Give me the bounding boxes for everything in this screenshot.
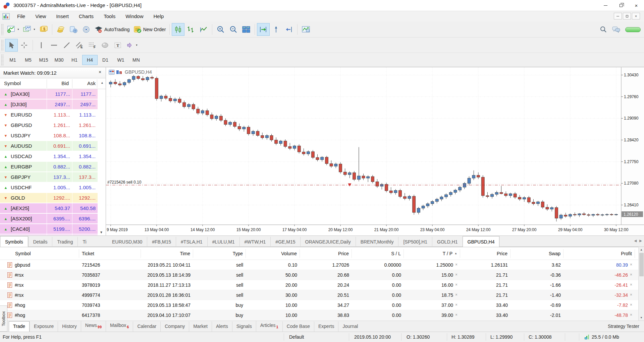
close-position-icon[interactable]: ×	[630, 313, 632, 318]
new-chart-button[interactable]: ▼	[5, 23, 21, 36]
minimize-button[interactable]	[598, 0, 613, 11]
trade-column-volume[interactable]: Volume	[246, 249, 300, 258]
close-button[interactable]: ×	[629, 0, 644, 11]
bar-chart-button[interactable]	[184, 23, 197, 36]
candlestick-chart[interactable]: #7215426 sell 0.101.304301.297601.290901…	[106, 67, 644, 236]
market-watch-row-eurusd[interactable]: ▼EURUSD1.113...1.113...	[0, 110, 106, 120]
close-position-icon[interactable]: ×	[630, 302, 632, 308]
market-watch-tab-ti[interactable]: Ti	[77, 237, 91, 247]
menu-charts[interactable]: Charts	[74, 12, 99, 21]
zoom-in-button[interactable]	[214, 23, 227, 36]
toolbox-tab-history[interactable]: History	[58, 322, 81, 332]
chart-tab--lulu-m1[interactable]: #LULU,M1	[207, 237, 239, 247]
fibonacci-button[interactable]: F	[86, 39, 99, 52]
chart-tab-eurusd-m30[interactable]: EURUSD,M30	[107, 237, 147, 247]
market-watch-tab-details[interactable]: Details	[28, 237, 52, 247]
equidistant-channel-button[interactable]: E	[73, 39, 86, 52]
market-watch-row-usdcad[interactable]: ▲USDCAD1.354...1.354...	[0, 151, 106, 161]
trade-column-price[interactable]: Price	[300, 249, 352, 258]
chart-tab-gold-h1[interactable]: GOLD,H1	[432, 237, 462, 247]
market-watch-row-cac40[interactable]: ▲[CAC40]5199....5200....	[0, 224, 106, 234]
trendline-button[interactable]	[60, 39, 73, 52]
toolbox-tab-market[interactable]: Market	[189, 322, 212, 332]
toolbox-vertical-tab[interactable]: Toolbox	[0, 305, 7, 332]
line-chart-button[interactable]	[197, 23, 210, 36]
market-watch-row-aex25[interactable]: ▲[AEX25]540.37540.58	[0, 203, 106, 213]
close-position-icon[interactable]: ×	[630, 272, 632, 278]
toolbox-tab-mailbox[interactable]: Mailbox6	[106, 321, 133, 332]
trade-column-tp[interactable]: T / P▲	[404, 249, 460, 258]
text-button[interactable]: T	[111, 39, 124, 52]
one-click-trading-icon[interactable]	[109, 70, 115, 75]
trade-column-ticket[interactable]: Ticket	[79, 249, 141, 258]
menu-tools[interactable]: Tools	[99, 12, 120, 21]
new-order-button[interactable]: New Order	[131, 23, 168, 36]
timeframe-m5[interactable]: M5	[20, 55, 36, 65]
vertical-line-button[interactable]	[35, 39, 48, 52]
depth-of-market-icon[interactable]	[116, 70, 122, 75]
market-watch-tab-symbols[interactable]: Symbols	[0, 236, 28, 247]
timeframe-m1[interactable]: M1	[5, 55, 20, 65]
toolbox-button[interactable]	[80, 23, 93, 36]
market-watch-row-usdjpy[interactable]: ▼USDJPY108.8...108.8...	[0, 131, 106, 141]
scroll-down-icon[interactable]: ▼	[100, 230, 103, 234]
chart-tab--fb-m15[interactable]: #FB,M15	[147, 237, 176, 247]
tabs-scroll-right-icon[interactable]: ▶	[639, 239, 642, 243]
market-watch-row-dax30[interactable]: ▲[DAX30]1177...1177...	[0, 89, 106, 99]
toolbox-tab-company[interactable]: Company	[160, 322, 189, 332]
restore-button[interactable]	[613, 0, 629, 11]
cancel-tp-icon[interactable]: ×	[455, 302, 458, 308]
market-watch-row-asx200[interactable]: ▲[ASX200]6395....6396....	[0, 214, 106, 224]
toolbox-tab-calendar[interactable]: Calendar	[133, 322, 160, 332]
toolbox-tab-alerts[interactable]: Alerts	[212, 322, 232, 332]
chart-tab--ge-m15[interactable]: #GE,M15	[270, 237, 300, 247]
chart-tab-gbpusd-h4[interactable]: GBPUSD,H4	[463, 236, 500, 247]
trade-row-4999774[interactable]: #rsx49997742019.01.28 16:36:01sell30.002…	[0, 290, 638, 300]
close-position-icon[interactable]: ×	[630, 292, 632, 298]
toolbar-grip[interactable]	[1, 54, 4, 66]
column-symbol[interactable]: Symbol	[4, 80, 21, 86]
market-watch-button[interactable]: $	[37, 23, 50, 36]
column-bid[interactable]: Bid	[40, 80, 69, 86]
chart-area[interactable]: #7215426 sell 0.101.304301.297601.290901…	[106, 67, 644, 235]
trade-column-price-current[interactable]: Price	[460, 249, 511, 258]
status-profile[interactable]: Default	[289, 334, 304, 340]
toolbar-grip[interactable]	[1, 40, 4, 51]
chart-tab--tsla-h1[interactable]: #TSLA,H1	[176, 237, 207, 247]
chart-tab--sp500--h1[interactable]: [SP500],H1	[398, 237, 432, 247]
menu-insert[interactable]: Insert	[51, 12, 74, 21]
trade-row-7035837[interactable]: #rsx70358372019.05.13 18:14:39sell50.002…	[0, 270, 638, 280]
timeframe-w1[interactable]: W1	[113, 55, 128, 65]
market-watch-row-eurgbp[interactable]: ▲EURGBP0.882...0.882...	[0, 162, 106, 172]
zoom-out-button[interactable]	[227, 23, 240, 36]
timeframe-m15[interactable]: M15	[36, 55, 51, 65]
child-restore-button[interactable]	[623, 13, 631, 19]
trade-column-time[interactable]: Time	[141, 249, 193, 258]
cancel-tp-icon[interactable]: ×	[455, 313, 458, 318]
cancel-tp-icon[interactable]: ×	[455, 292, 458, 298]
trade-row-6417378[interactable]: #hog64173782019.04.10 17:10:07buy10.0038…	[0, 310, 638, 320]
scrollbar-thumb[interactable]	[639, 253, 644, 276]
autotrading-button[interactable]: AutoTrading	[93, 23, 131, 36]
auto-scroll-button[interactable]	[257, 23, 270, 36]
market-watch-row-ftse100[interactable]: ▼[FTSE100]7171...7172...	[0, 234, 106, 235]
close-position-icon[interactable]: ×	[630, 282, 632, 288]
crosshair-button[interactable]	[18, 39, 31, 52]
scroll-up-icon[interactable]: ▲	[101, 81, 104, 84]
market-watch-close-icon[interactable]: ×	[97, 69, 103, 75]
scrollbar-up-icon[interactable]: ▲	[639, 247, 644, 253]
tabs-scroll-left-icon[interactable]: ◀	[634, 239, 637, 243]
cancel-tp-icon[interactable]: ×	[455, 272, 458, 278]
profiles-button[interactable]: ▼	[21, 23, 37, 36]
trade-column-profit[interactable]: Profit	[564, 249, 635, 258]
scroll-to-end-button[interactable]	[282, 23, 295, 36]
navigator-button[interactable]	[67, 23, 80, 36]
data-window-button[interactable]	[54, 23, 67, 36]
cancel-tp-icon[interactable]: ×	[455, 282, 458, 288]
timeframe-h4[interactable]: H4	[82, 55, 98, 65]
market-watch-tab-trading[interactable]: Trading	[52, 237, 77, 247]
trade-row-3978019[interactable]: #rsx39780192018.11.27 17:13:13sell20.002…	[0, 280, 638, 290]
search-icon[interactable]	[600, 26, 607, 33]
toolbox-tab-articles[interactable]: Articles1	[256, 321, 282, 332]
timeframe-m30[interactable]: M30	[51, 55, 67, 65]
